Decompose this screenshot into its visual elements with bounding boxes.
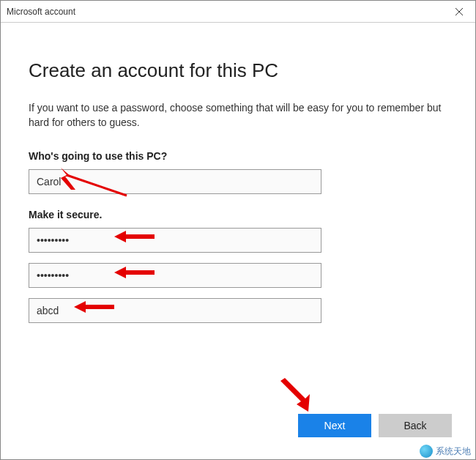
window-title: Microsoft account xyxy=(7,7,75,17)
password-input[interactable] xyxy=(29,228,321,253)
globe-icon xyxy=(420,445,433,458)
svg-marker-6 xyxy=(280,378,310,412)
confirm-password-input[interactable] xyxy=(29,263,321,288)
close-icon xyxy=(455,8,463,15)
page-heading: Create an account for this PC xyxy=(29,59,447,82)
next-button[interactable]: Next xyxy=(298,414,371,437)
page-description: If you want to use a password, choose so… xyxy=(29,101,447,130)
annotation-arrow xyxy=(278,376,321,416)
secure-group-label: Make it secure. xyxy=(29,209,447,220)
content-area: Create an account for this PC If you wan… xyxy=(1,23,475,323)
watermark: 系统天地 xyxy=(420,445,471,458)
back-button[interactable]: Back xyxy=(379,414,452,437)
username-group-label: Who's going to use this PC? xyxy=(29,150,447,162)
watermark-text: 系统天地 xyxy=(436,445,471,458)
username-input[interactable] xyxy=(29,169,321,194)
titlebar: Microsoft account xyxy=(1,1,475,23)
footer-area: Next Back xyxy=(298,414,452,437)
password-hint-input[interactable] xyxy=(29,298,321,323)
close-button[interactable] xyxy=(442,1,475,23)
